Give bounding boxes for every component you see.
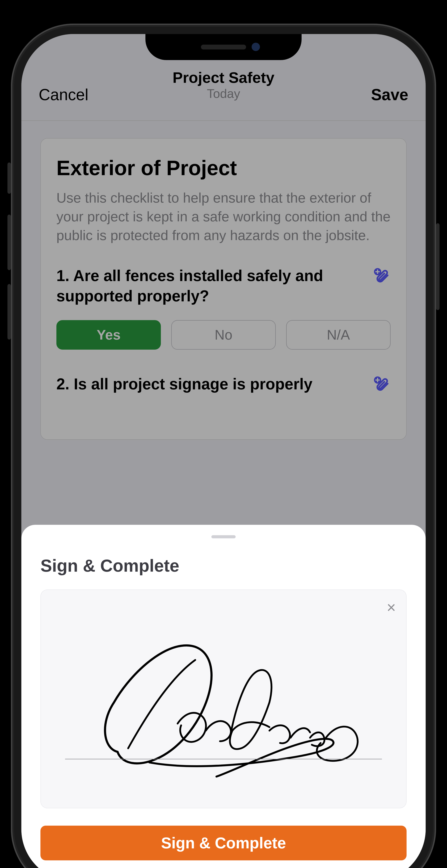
- sheet-drag-handle[interactable]: [211, 535, 236, 538]
- attachment-icon[interactable]: [373, 376, 391, 393]
- signature-pad[interactable]: ×: [40, 590, 407, 808]
- save-button[interactable]: Save: [371, 86, 408, 104]
- cancel-button[interactable]: Cancel: [39, 86, 88, 104]
- notch: [146, 34, 301, 60]
- attachment-icon[interactable]: [373, 267, 391, 285]
- signature-sheet: Sign & Complete × Sign & Complete: [21, 525, 426, 868]
- camera: [252, 43, 260, 51]
- page-subtitle: Today: [173, 87, 275, 101]
- speaker: [201, 44, 246, 50]
- clear-signature-button[interactable]: ×: [387, 598, 396, 616]
- phone-frame: Cancel Project Safety Today Save Exterio…: [11, 24, 436, 868]
- volume-button: [7, 215, 11, 270]
- answer-row: Yes No N/A: [56, 320, 391, 350]
- power-button: [436, 223, 440, 310]
- section-description: Use this checklist to help ensure that t…: [56, 189, 391, 245]
- sign-complete-button[interactable]: Sign & Complete: [40, 826, 407, 860]
- question-text: 2. Is all project signage is properly: [56, 374, 391, 394]
- signature-baseline: [65, 759, 382, 759]
- content-area: Exterior of Project Use this checklist t…: [21, 121, 426, 457]
- answer-yes-button[interactable]: Yes: [56, 320, 161, 350]
- phone-screen: Cancel Project Safety Today Save Exterio…: [21, 34, 426, 868]
- sheet-title: Sign & Complete: [40, 556, 407, 576]
- page-title: Project Safety: [173, 69, 275, 87]
- volume-button: [7, 284, 11, 340]
- question-item: 2. Is all project signage is properly: [56, 374, 391, 394]
- volume-button: [7, 162, 11, 194]
- header-title-group: Project Safety Today: [173, 69, 275, 101]
- question-text: 1. Are all fences installed safely and s…: [56, 266, 391, 306]
- section-title: Exterior of Project: [56, 156, 391, 180]
- question-item: 1. Are all fences installed safely and s…: [56, 266, 391, 350]
- answer-no-button[interactable]: No: [171, 320, 276, 350]
- checklist-card: Exterior of Project Use this checklist t…: [40, 138, 407, 440]
- answer-na-button[interactable]: N/A: [286, 320, 391, 350]
- signature-drawing: [62, 625, 385, 784]
